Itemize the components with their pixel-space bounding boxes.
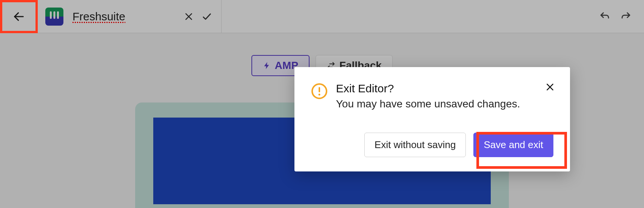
modal-title: Exit Editor?: [336, 82, 520, 95]
exit-confirm-modal: Exit Editor? You may have some unsaved c…: [294, 67, 570, 171]
close-icon: [545, 82, 555, 92]
exit-without-saving-button[interactable]: Exit without saving: [364, 133, 466, 157]
modal-subtitle: You may have some unsaved changes.: [336, 98, 520, 110]
warning-icon: [311, 83, 328, 101]
svg-rect-13: [319, 87, 320, 92]
svg-point-14: [319, 94, 320, 96]
save-and-exit-button[interactable]: Save and exit: [473, 133, 553, 157]
modal-close-button[interactable]: [545, 82, 555, 93]
